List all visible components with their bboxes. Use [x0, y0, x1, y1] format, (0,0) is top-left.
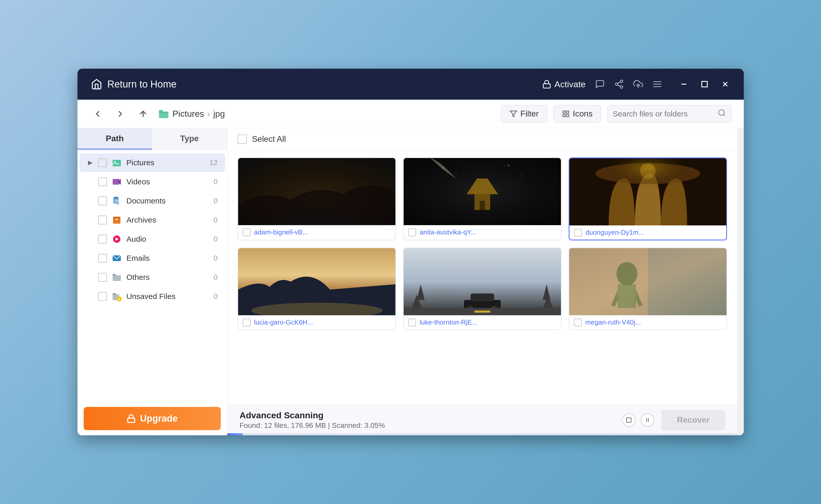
- upgrade-button[interactable]: Upgrade: [84, 407, 221, 430]
- share-icon-button[interactable]: [614, 79, 624, 89]
- svg-rect-63: [471, 294, 494, 301]
- file-thumb-adam: [238, 158, 395, 225]
- activate-button[interactable]: Activate: [542, 79, 586, 89]
- svg-rect-70: [648, 248, 727, 315]
- file-card-megan[interactable]: megan-ruth-V40j...: [569, 248, 727, 330]
- return-home-button[interactable]: Return to Home: [90, 77, 177, 91]
- documents-checkbox[interactable]: [98, 196, 107, 205]
- breadcrumb-separator: ›: [207, 109, 210, 119]
- recover-button[interactable]: Recover: [661, 410, 725, 430]
- status-controls: [622, 413, 654, 427]
- breadcrumb-root[interactable]: Pictures: [173, 109, 204, 119]
- maximize-button[interactable]: [698, 78, 711, 90]
- svg-point-53: [508, 165, 509, 166]
- emails-checkbox[interactable]: [98, 254, 107, 263]
- file-card-luke[interactable]: luke-thornton-RjE...: [403, 248, 561, 330]
- search-icon: [718, 109, 726, 119]
- file-name-adam: adam-bignell-vB...: [254, 228, 308, 236]
- progress-bar-fill: [227, 433, 243, 435]
- svg-rect-44: [128, 418, 135, 423]
- filter-button[interactable]: Filter: [501, 105, 547, 123]
- pause-button[interactable]: [641, 413, 654, 427]
- archives-icon: [111, 214, 122, 226]
- file-checkbox-luke[interactable]: [408, 319, 416, 326]
- file-thumb-duong: [569, 158, 726, 225]
- videos-label: Videos: [127, 177, 205, 186]
- select-all-label: Select All: [252, 134, 286, 144]
- tab-path[interactable]: Path: [77, 128, 152, 149]
- file-checkbox-adam[interactable]: [243, 229, 251, 236]
- svg-rect-28: [115, 197, 118, 198]
- svg-line-22: [723, 114, 725, 116]
- file-name-row-luke: luke-thornton-RjE...: [404, 315, 561, 329]
- others-count: 0: [209, 273, 218, 281]
- stop-button[interactable]: [622, 413, 636, 427]
- pictures-count: 12: [209, 159, 218, 167]
- up-button[interactable]: [135, 106, 151, 122]
- svg-line-4: [617, 85, 620, 86]
- svg-rect-73: [627, 418, 631, 422]
- sidebar-item-archives[interactable]: ▶ Archives 0: [80, 211, 225, 229]
- file-checkbox-megan[interactable]: [574, 319, 582, 326]
- svg-point-71: [616, 262, 637, 286]
- select-all-checkbox[interactable]: [238, 135, 247, 144]
- file-checkbox-anita[interactable]: [408, 229, 416, 236]
- sidebar-item-pictures[interactable]: ▶ Pictures 12: [80, 153, 225, 172]
- archives-label: Archives: [127, 216, 205, 224]
- unsaved-checkbox[interactable]: [98, 292, 107, 301]
- status-info: Advanced Scanning Found: 12 files, 176.9…: [240, 410, 615, 430]
- sidebar-item-documents[interactable]: ▶ Documents 0: [80, 192, 225, 210]
- file-thumb-lucia: [238, 248, 395, 315]
- activate-label: Activate: [554, 79, 586, 89]
- svg-rect-14: [159, 111, 168, 118]
- svg-rect-50: [480, 201, 485, 210]
- recover-label: Recover: [677, 415, 709, 425]
- status-bar: Advanced Scanning Found: 12 files, 176.9…: [227, 404, 738, 435]
- documents-icon: [111, 195, 122, 207]
- file-name-row-adam: adam-bignell-vB...: [238, 225, 395, 239]
- pictures-icon: [111, 157, 122, 168]
- main-content: Path Type ▶ Pictures 12: [77, 128, 744, 435]
- unsaved-label: Unsaved Files: [127, 292, 205, 301]
- documents-count: 0: [209, 197, 218, 205]
- svg-rect-38: [113, 275, 121, 281]
- toolbar: Pictures › jpg Filter Icons: [77, 100, 744, 128]
- file-card-duong[interactable]: duonguyen-Dy1m...: [569, 157, 727, 240]
- icons-button[interactable]: Icons: [553, 105, 601, 123]
- audio-icon: [111, 233, 122, 245]
- file-card-lucia[interactable]: lucia-garo-GcK6H...: [238, 248, 396, 330]
- svg-marker-16: [510, 111, 517, 117]
- sidebar-item-unsaved[interactable]: ▶ + Unsaved Files 0: [80, 287, 225, 306]
- search-input[interactable]: [613, 109, 715, 118]
- file-checkbox-lucia[interactable]: [243, 319, 251, 326]
- svg-rect-17: [563, 111, 565, 113]
- minimize-button[interactable]: [678, 78, 690, 90]
- expand-icon: ▶: [87, 159, 94, 166]
- file-card-anita[interactable]: anita-austvika-qY...: [403, 157, 561, 240]
- audio-checkbox[interactable]: [98, 235, 107, 243]
- others-checkbox[interactable]: [98, 273, 107, 282]
- sidebar-item-emails[interactable]: ▶ Emails 0: [80, 249, 225, 267]
- file-name-anita: anita-austvika-qY...: [420, 228, 476, 236]
- svg-rect-25: [113, 179, 119, 185]
- upload-icon-button[interactable]: [633, 79, 643, 89]
- sidebar-item-others[interactable]: ▶ Others 0: [80, 268, 225, 287]
- tab-type[interactable]: Type: [152, 128, 227, 149]
- pictures-checkbox[interactable]: [98, 158, 107, 167]
- menu-icon-button[interactable]: [652, 79, 662, 89]
- chat-icon-button[interactable]: [595, 79, 605, 89]
- close-button[interactable]: [719, 78, 731, 90]
- return-home-label: Return to Home: [107, 79, 177, 90]
- sidebar-item-videos[interactable]: ▶ Videos 0: [80, 172, 225, 191]
- scrollbar-track[interactable]: [738, 128, 744, 435]
- file-checkbox-duong[interactable]: [574, 229, 582, 237]
- back-button[interactable]: [90, 106, 105, 122]
- forward-button[interactable]: [113, 106, 128, 122]
- sidebar-item-audio[interactable]: ▶ Audio 0: [80, 230, 225, 248]
- videos-checkbox[interactable]: [98, 177, 107, 186]
- app-window: Return to Home Activate: [77, 69, 744, 435]
- file-card-adam[interactable]: adam-bignell-vB...: [238, 157, 396, 240]
- main-panel: Select All: [227, 128, 738, 435]
- archives-checkbox[interactable]: [98, 216, 107, 224]
- audio-count: 0: [209, 235, 218, 243]
